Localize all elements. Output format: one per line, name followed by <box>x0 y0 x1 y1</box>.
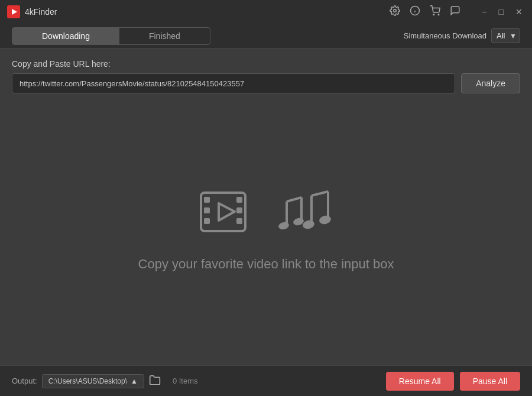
chat-icon[interactable] <box>450 5 460 18</box>
film-icon <box>198 187 257 240</box>
svg-line-17 <box>312 191 328 196</box>
maximize-button[interactable]: □ <box>497 6 506 18</box>
svg-marker-15 <box>219 203 235 220</box>
main-content: Copy and Paste URL here: Analyze <box>0 48 532 365</box>
output-label: Output: <box>12 376 37 385</box>
resume-all-button[interactable]: Resume All <box>386 372 454 391</box>
url-input[interactable] <box>12 73 455 93</box>
app-logo <box>7 5 20 18</box>
simultaneous-download-section: Simultaneous Download All 1 2 3 4 ▼ <box>404 28 520 43</box>
svg-point-24 <box>278 221 290 231</box>
svg-rect-11 <box>204 218 210 224</box>
window-controls: − □ ✕ <box>479 6 525 18</box>
svg-line-22 <box>287 197 301 202</box>
music-icon <box>269 187 334 240</box>
analyze-button[interactable]: Analyze <box>461 73 520 93</box>
svg-rect-14 <box>236 218 242 224</box>
svg-rect-12 <box>236 197 242 203</box>
settings-icon[interactable] <box>390 5 400 18</box>
output-section: Output: C:\Users\ASUS\Desktop\ ▲ <box>12 374 161 388</box>
empty-state: Copy your favorite video link to the inp… <box>12 93 520 365</box>
output-path-text: C:\Users\ASUS\Desktop\ <box>48 377 127 385</box>
url-label: Copy and Paste URL here: <box>12 59 520 69</box>
titlebar-left: 4kFinder <box>7 5 57 18</box>
path-up-icon: ▲ <box>131 377 138 385</box>
svg-rect-13 <box>236 207 242 213</box>
tab-finished[interactable]: Finished <box>119 28 210 44</box>
output-path-button[interactable]: C:\Users\ASUS\Desktop\ ▲ <box>42 374 144 388</box>
svg-point-19 <box>302 219 316 231</box>
folder-icon <box>149 374 161 385</box>
svg-point-6 <box>433 14 434 15</box>
app-title-text: 4kFinder <box>25 7 57 17</box>
minimize-button[interactable]: − <box>479 6 489 18</box>
url-section: Copy and Paste URL here: Analyze <box>12 59 520 93</box>
tabs: Downloading Finished <box>12 27 210 45</box>
cart-icon[interactable] <box>430 5 440 18</box>
open-folder-button[interactable] <box>149 374 161 388</box>
titlebar-icons: − □ ✕ <box>390 5 525 18</box>
close-button[interactable]: ✕ <box>513 6 525 18</box>
svg-point-25 <box>293 217 304 226</box>
pause-all-button[interactable]: Pause All <box>460 372 520 391</box>
simultaneous-download-label: Simultaneous Download <box>404 31 486 40</box>
tabbar: Downloading Finished Simultaneous Downlo… <box>0 24 532 48</box>
svg-rect-10 <box>204 207 210 213</box>
url-bar: Analyze <box>12 73 520 93</box>
action-buttons: Resume All Pause All <box>386 372 520 391</box>
svg-rect-9 <box>204 197 210 203</box>
items-count: 0 Items <box>173 376 198 385</box>
empty-message: Copy your favorite video link to the inp… <box>138 257 394 272</box>
simultaneous-download-select[interactable]: All 1 2 3 4 <box>491 28 520 43</box>
svg-point-2 <box>394 9 397 12</box>
bottom-bar: Output: C:\Users\ASUS\Desktop\ ▲ 0 Items… <box>0 365 532 396</box>
empty-state-icons <box>198 187 334 240</box>
svg-point-7 <box>439 14 440 15</box>
info-icon[interactable] <box>410 5 420 18</box>
sim-dropdown-wrap[interactable]: All 1 2 3 4 ▼ <box>491 28 520 43</box>
titlebar: 4kFinder <box>0 0 532 24</box>
svg-point-20 <box>319 215 332 226</box>
tab-downloading[interactable]: Downloading <box>12 28 119 44</box>
